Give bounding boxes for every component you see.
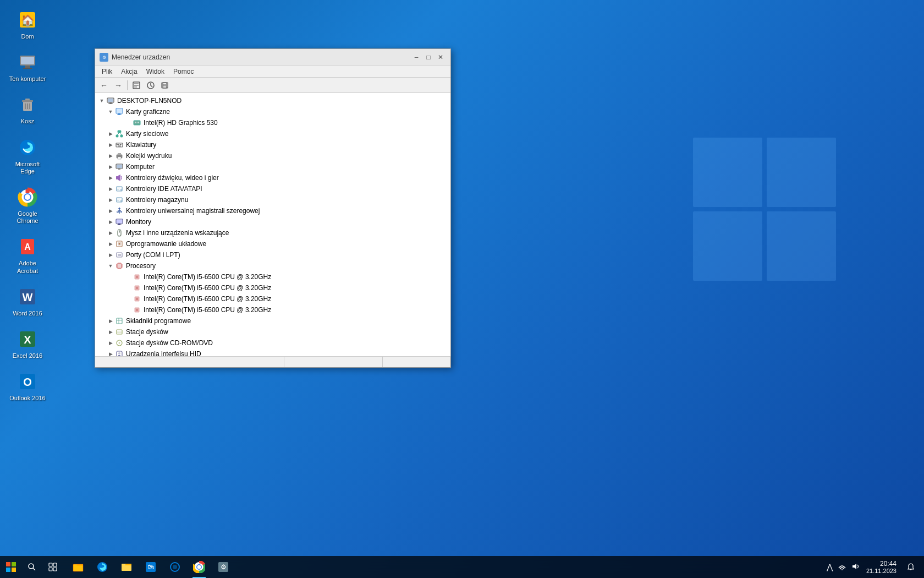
tree-item-kontrolery-magazynu[interactable]: ▶ Kontrolery magazynu xyxy=(95,194,450,205)
menu-plik[interactable]: Plik xyxy=(97,67,117,77)
toggle-14[interactable]: ▶ xyxy=(106,250,115,259)
maximize-button[interactable]: □ xyxy=(423,52,434,63)
system-clock[interactable]: 20:44 21.11.2023 xyxy=(863,560,900,574)
toggle-11[interactable]: ▶ xyxy=(106,217,115,226)
tree-item-intel-gpu[interactable]: Intel(R) HD Graphics 530 xyxy=(95,117,450,128)
svg-rect-39 xyxy=(108,103,113,104)
menu-pomoc[interactable]: Pomoc xyxy=(169,67,198,77)
toggle-0[interactable]: ▼ xyxy=(97,96,106,105)
tree-item-stacje-cd[interactable]: ▶ Stacje dysków CD-ROM/DVD xyxy=(95,337,450,348)
svg-rect-115 xyxy=(117,330,122,334)
outlook-icon: O xyxy=(16,370,38,392)
desktop-icon-outlook[interactable]: O Outlook 2016 xyxy=(6,367,50,405)
toggle-8[interactable]: ▶ xyxy=(106,184,115,193)
svg-rect-76 xyxy=(120,211,122,212)
toggle-3[interactable]: ▶ xyxy=(106,129,115,138)
svg-rect-139 xyxy=(12,568,16,572)
tree-item-kolejki-wydruku[interactable]: ▶ Kolejki wydruku xyxy=(95,150,450,161)
toggle-13[interactable]: ▶ xyxy=(106,239,115,248)
tree-item-komputer[interactable]: ▶ Komputer xyxy=(95,161,450,172)
desktop-icon-adobe-acrobat[interactable]: A Adobe Acrobat xyxy=(6,232,50,277)
desktop-icon-microsoft-edge[interactable]: Microsoft Edge xyxy=(6,133,50,178)
minimize-button[interactable]: – xyxy=(411,52,422,63)
start-button[interactable] xyxy=(0,556,22,578)
taskbar-edge[interactable] xyxy=(90,556,114,578)
tree-item-cpu-3[interactable]: Intel(R) Core(TM) i5-6500 CPU @ 3.20GHz xyxy=(95,304,450,315)
svg-rect-60 xyxy=(118,157,121,159)
close-button[interactable]: ✕ xyxy=(435,52,446,63)
tree-item-karty-sieciowe[interactable]: ▶ Karty sieciowe xyxy=(95,128,450,139)
tree-item-oprogramowanie[interactable]: ▶ Oprogramowanie układowe xyxy=(95,238,450,249)
tree-item-kontrolery-usb[interactable]: ▶ Kontrolery uniwersalnej magistrali sze… xyxy=(95,205,450,216)
scan-hardware-button[interactable] xyxy=(144,79,157,92)
tree-item-cpu-1[interactable]: Intel(R) Core(TM) i5-6500 CPU @ 3.20GHz xyxy=(95,282,450,293)
desktop-icon-kosz[interactable]: Kosz xyxy=(6,90,50,128)
desktop-icon-google-chrome[interactable]: Google Chrome xyxy=(6,183,50,228)
tree-item-kontrolery-dzwieku[interactable]: ▶ Kontrolery dźwięku, wideo i gier xyxy=(95,172,450,183)
toggle-9[interactable]: ▶ xyxy=(106,195,115,204)
tree-item-mysz[interactable]: ▶ Mysz i inne urządzenia wskazujące xyxy=(95,227,450,238)
properties-button[interactable] xyxy=(130,79,143,92)
toggle-5[interactable]: ▶ xyxy=(106,151,115,160)
devmgr-window: ⚙ Menedzer urzadzen – □ ✕ Plik Akcja Wid… xyxy=(95,48,451,368)
notification-button[interactable] xyxy=(902,556,920,578)
chrome-icon xyxy=(16,186,38,208)
tree-item-cpu-2[interactable]: Intel(R) Core(TM) i5-6500 CPU @ 3.20GHz xyxy=(95,293,450,304)
tree-item-klawiatury[interactable]: ▶ Klawiatury xyxy=(95,139,450,150)
toggle-4[interactable]: ▶ xyxy=(106,140,115,149)
tree-item-stacje-dyskow[interactable]: ▶ Stacje dysków xyxy=(95,326,450,337)
volume-icon[interactable] xyxy=(850,563,861,572)
forward-button[interactable]: → xyxy=(112,79,125,92)
tree-item-skladniki[interactable]: ▶ Składniki programowe xyxy=(95,315,450,326)
toggle-1[interactable]: ▼ xyxy=(106,107,115,116)
toggle-12[interactable]: ▶ xyxy=(106,228,115,237)
tree-item-kontrolery-ide[interactable]: ▶ Kontrolery IDE ATA/ATAPI xyxy=(95,183,450,194)
desktop-icon-ten-komputer[interactable]: Ten komputer xyxy=(6,48,50,86)
svg-point-120 xyxy=(119,342,119,343)
svg-rect-137 xyxy=(12,562,16,566)
network-tray-icon[interactable] xyxy=(837,563,848,572)
mysz-label: Mysz i inne urządzenia wskazujące xyxy=(126,229,229,237)
procesory-label: Procesory xyxy=(126,262,156,270)
task-view-button[interactable] xyxy=(42,556,64,578)
desktop-icon-dom[interactable]: 🏠 Dom xyxy=(6,6,50,43)
tree-item-porty[interactable]: ▶ Porty (COM i LPT) xyxy=(95,249,450,260)
device-tree[interactable]: ▼ DESKTOP-FLN5NOD ▼ xyxy=(95,93,450,356)
svg-rect-112 xyxy=(117,318,122,324)
tree-item-computer[interactable]: ▼ DESKTOP-FLN5NOD xyxy=(95,95,450,106)
tree-item-urzadzenia-hid[interactable]: ▶ Urządzenia interfejsu HID xyxy=(95,348,450,356)
tree-item-karty-graficzne[interactable]: ▼ Karty graficzne xyxy=(95,106,450,117)
taskbar-chrome[interactable] xyxy=(187,556,211,578)
toggle-6[interactable]: ▶ xyxy=(106,162,115,171)
svg-text:O: O xyxy=(23,376,32,388)
taskbar-devmgr[interactable]: ⚙ xyxy=(211,556,235,578)
desktop-icon-excel[interactable]: X Excel 2016 xyxy=(6,325,50,363)
toggle-7[interactable]: ▶ xyxy=(106,173,115,182)
taskbar-store[interactable]: 🛍 xyxy=(139,556,163,578)
tree-item-cpu-0[interactable]: Intel(R) Core(TM) i5-6500 CPU @ 3.20GHz xyxy=(95,271,450,282)
search-button[interactable] xyxy=(22,557,42,577)
toggle-15[interactable]: ▼ xyxy=(106,261,115,270)
chevron-up-icon[interactable]: ⋀ xyxy=(825,563,834,571)
taskbar-cortana[interactable] xyxy=(163,556,187,578)
disc-icon xyxy=(115,328,124,336)
svg-text:X: X xyxy=(24,334,31,346)
toggle-22[interactable]: ▶ xyxy=(106,339,115,347)
menu-widok[interactable]: Widok xyxy=(142,67,169,77)
svg-rect-144 xyxy=(49,568,52,571)
svg-rect-78 xyxy=(117,220,122,223)
toggle-21[interactable]: ▶ xyxy=(106,328,115,336)
svg-rect-109 xyxy=(136,298,138,300)
desktop-icon-word[interactable]: W Word 2016 xyxy=(6,282,50,320)
toggle-23[interactable]: ▶ xyxy=(106,350,115,356)
toggle-20[interactable]: ▶ xyxy=(106,317,115,325)
taskbar-folder[interactable] xyxy=(114,556,139,578)
taskbar-file-explorer[interactable] xyxy=(66,556,90,578)
toggle-10[interactable]: ▶ xyxy=(106,206,115,215)
back-button[interactable]: ← xyxy=(97,79,111,92)
menu-akcja[interactable]: Akcja xyxy=(117,67,141,77)
tree-item-monitory[interactable]: ▶ Monitory xyxy=(95,216,450,227)
word-icon: W xyxy=(16,286,38,308)
update-driver-button[interactable] xyxy=(158,79,172,92)
tree-item-procesory[interactable]: ▼ Proces xyxy=(95,260,450,271)
